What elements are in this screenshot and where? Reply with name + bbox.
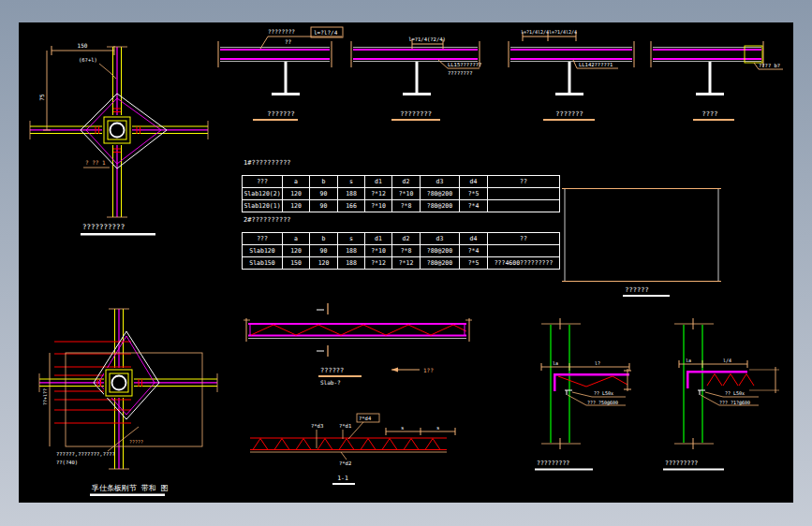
table-cell: a xyxy=(283,233,310,245)
table-cell: d1 xyxy=(365,176,392,188)
table-cell: Slab150 xyxy=(243,257,283,270)
table-cell: d4 xyxy=(460,176,488,188)
plan-detail-top: 150 (6?+l) 75 ? ?? 1 ?????????? xyxy=(30,42,208,236)
s2-dim-label: l=?1/4(?2/4) xyxy=(408,37,446,42)
table-cell: ?*4 xyxy=(460,200,488,212)
table-cell: ?*5 xyxy=(460,257,488,270)
s1-leader-label: ???????? xyxy=(268,28,295,35)
d1-note1: ?? L50x xyxy=(594,390,613,396)
plan-top-weld-note: ? ?? 1 xyxy=(85,159,106,166)
table-cell: 188 xyxy=(338,188,365,200)
deck-panel-caption: ?????? xyxy=(625,286,648,294)
table-cell: ?80@200 xyxy=(421,245,460,257)
d2-note1: ?? L50x xyxy=(725,390,745,396)
plan-detail-bottom: ??+l?? ????? ??????,???????,???? ??(?40)… xyxy=(39,309,217,496)
table-cell: 120 xyxy=(283,245,310,257)
table-cell: ???4600????????? xyxy=(488,257,560,270)
beam-section-3: l=?1/4l2/4 l=?1/4l2/4 LL142?????1 ??????… xyxy=(509,29,634,121)
s2-caption: ???????? xyxy=(400,110,432,118)
table-cell: d2 xyxy=(392,176,421,188)
table-cell: Slab120(2) xyxy=(243,188,283,200)
s3-dim2: l=?1/4l2/4 xyxy=(549,29,577,35)
label-d3: ?*d3 xyxy=(311,423,323,429)
cad-window: ???????? ?? l=?l?/4 ??????? xyxy=(0,0,812,526)
table-cell: 90 xyxy=(310,188,338,200)
truss-elevation: ?????? Slab-? 1?? xyxy=(244,303,472,386)
slab-table-2: ???absd1d2d3d4??Slab12012090188?*10?*8?8… xyxy=(242,232,560,270)
truss-scale-label: 1?? xyxy=(423,367,434,373)
table-cell: ?*4 xyxy=(460,245,488,257)
table-cell: 166 xyxy=(338,200,365,212)
table-cell: d3 xyxy=(421,176,460,188)
table-cell: ?80@200 xyxy=(421,200,460,212)
plan-top-caption: ?????????? xyxy=(82,223,125,231)
table-cell: ?*12 xyxy=(365,188,392,200)
s1-caption: ??????? xyxy=(267,110,295,118)
table-cell: 188 xyxy=(338,245,365,257)
table-cell: s xyxy=(338,233,365,245)
label-d1: ?*d1 xyxy=(339,423,351,429)
table-cell: ?*8 xyxy=(392,245,421,257)
beam-section-4: ???? b? ???? xyxy=(651,41,783,121)
table-cell: Slab120 xyxy=(243,245,283,257)
table-cell: 90 xyxy=(310,245,338,257)
plan-bottom-dim-side: ??+l?? xyxy=(42,388,48,405)
table-cell: ?*12 xyxy=(392,257,421,270)
dim-s1: s xyxy=(401,425,404,431)
d2-dim1: la xyxy=(686,358,691,363)
table-cell: 120 xyxy=(310,257,338,270)
beam-section-1: ???????? ?? l=?l?/4 ??????? xyxy=(218,27,343,121)
drawing-canvas[interactable]: ???????? ?? l=?l?/4 ??????? xyxy=(19,22,793,503)
table-cell: 90 xyxy=(310,200,338,212)
table1-title: 1#?????????? xyxy=(244,159,291,167)
table-cell: s xyxy=(338,176,365,188)
deck-plan-panel: ?????? xyxy=(562,189,721,298)
table-cell xyxy=(488,188,560,200)
d1-dim1: la xyxy=(553,360,558,366)
table-cell xyxy=(488,245,560,257)
table-cell: ?80@200 xyxy=(421,257,460,270)
table-cell: ?*10 xyxy=(365,245,392,257)
table-cell: ?*12 xyxy=(365,257,392,270)
s1-box-label: l=?l?/4 xyxy=(314,29,338,36)
s2-leader1: LL15??????? xyxy=(448,62,481,67)
table-cell: ?*10 xyxy=(392,188,421,200)
truss-subcaption: Slab-? xyxy=(320,379,341,386)
plan-bottom-dim: ????? xyxy=(129,439,143,445)
table-cell: d4 xyxy=(460,233,488,245)
plan-bottom-note1: ??????,???????,???? xyxy=(56,451,115,457)
table-cell: ?80@200 xyxy=(421,188,460,200)
table-cell: ?? xyxy=(488,233,560,245)
table-cell: a xyxy=(283,176,310,188)
table-cell xyxy=(488,200,560,212)
s4-leader: ???? b? xyxy=(759,63,780,68)
table-cell: ?*10 xyxy=(365,200,392,212)
slab-support-detail-1: la l? ?? L50x ??? ?50@600 ????????? xyxy=(535,318,631,471)
s3-leader: LL142?????1 xyxy=(579,62,613,67)
dim-s2: s xyxy=(436,425,439,431)
table-cell: d3 xyxy=(421,233,460,245)
table-cell: ??? xyxy=(243,233,283,245)
d1-dim2: l? xyxy=(595,360,600,366)
table-cell: ?? xyxy=(488,176,560,188)
d2-note2: ??? ?1?@600 xyxy=(719,400,750,405)
table-cell: ??? xyxy=(243,176,283,188)
plan-top-dim-leader: (6?+l) xyxy=(79,57,97,63)
truss-caption: ?????? xyxy=(320,367,344,374)
d2-caption: ????????? xyxy=(665,460,698,467)
beam-section-2: l=?1/4(?2/4) LL15??????? ???????? ??????… xyxy=(351,37,481,121)
section-1-1-caption: 1-1 xyxy=(337,475,348,482)
table2-title: 2#?????????? xyxy=(244,216,291,224)
table-cell: d1 xyxy=(365,233,392,245)
section-1-1: ?*d3 ?*d1 ?*d4 ?*d2 s s 1-1 xyxy=(250,414,455,485)
table-cell: Slab120(1) xyxy=(243,200,283,212)
d1-note2: ??? ?50@600 xyxy=(587,400,618,405)
plan-top-dim-75: 75 xyxy=(38,94,45,101)
table-cell: d2 xyxy=(392,233,421,245)
plan-bottom-caption: 孚仕条板刚节 带和 图 xyxy=(91,484,169,492)
slab-support-detail-2: la l/4 ?? L50x ??? ?1?@600 ????????? xyxy=(663,318,779,471)
d1-caption: ????????? xyxy=(537,460,569,467)
table-cell: ?*5 xyxy=(460,188,488,200)
s1-leader-sub: ?? xyxy=(285,38,292,45)
plan-top-dim-150: 150 xyxy=(78,42,88,49)
